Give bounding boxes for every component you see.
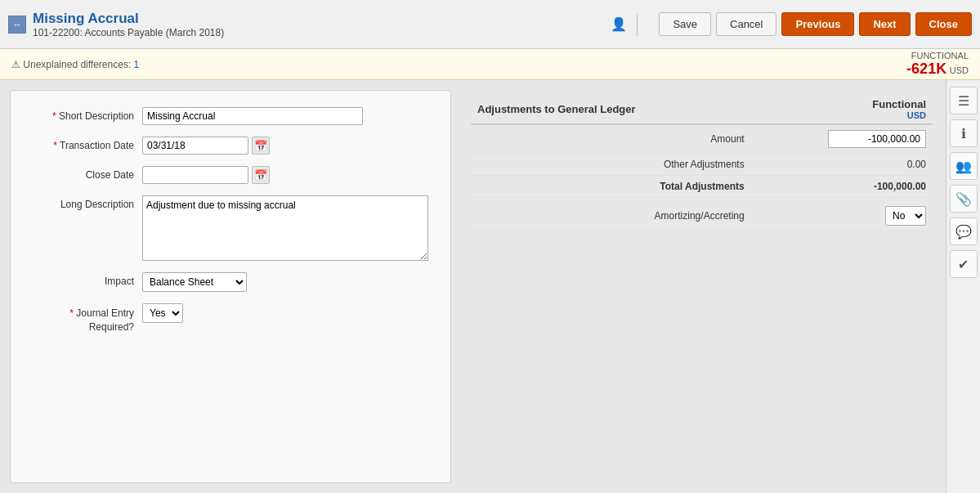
alert-bar: ⚠ Unexplained differences: 1 FUNCTIONAL …: [0, 49, 980, 80]
total-adj-label: Total Adjustments: [471, 176, 751, 198]
functional-currency: USD: [950, 65, 969, 75]
close-date-label: Close Date: [24, 166, 142, 181]
amort-row: Amortizing/Accreting No Yes: [471, 198, 933, 231]
adjustments-table: Adjustments to General Ledger Functional…: [471, 95, 933, 231]
alert-count-link[interactable]: 1: [134, 59, 140, 70]
functional-block: FUNCTIONAL -621K USD: [906, 51, 969, 78]
other-adj-value: 0.00: [751, 154, 933, 176]
functional-label: FUNCTIONAL: [906, 51, 969, 61]
short-desc-label: * Short Description: [24, 107, 142, 122]
right-panel: Adjustments to General Ledger Functional…: [458, 80, 946, 493]
alert-text: ⚠ Unexplained differences: 1: [11, 59, 139, 70]
previous-button[interactable]: Previous: [781, 12, 854, 36]
page-subtitle: 101-22200: Accounts Payable (March 2018): [33, 27, 602, 38]
header: ↔ Missing Accrual 101-22200: Accounts Pa…: [0, 0, 980, 49]
transaction-date-input[interactable]: [142, 137, 248, 155]
other-adj-label: Other Adjustments: [471, 154, 751, 176]
journal-entry-select[interactable]: Yes No: [142, 303, 183, 323]
checklist-icon[interactable]: ✔: [950, 250, 978, 278]
impact-label: Impact: [24, 272, 142, 287]
amort-select[interactable]: No Yes: [885, 206, 926, 226]
save-button[interactable]: Save: [659, 12, 711, 36]
transaction-date-label: * Transaction Date: [24, 137, 142, 151]
users-icon[interactable]: 👥: [950, 152, 978, 180]
sidebar: ☰ ℹ 👥 📎 💬 ✔: [946, 80, 980, 493]
total-adj-value: -100,000.00: [751, 176, 933, 198]
form-panel: * Short Description * Transaction Date 📅…: [10, 90, 451, 483]
long-desc-textarea[interactable]: Adjustment due to missing accrual: [142, 195, 428, 261]
main-content: * Short Description * Transaction Date 📅…: [0, 80, 980, 493]
other-adj-row: Other Adjustments 0.00: [471, 154, 933, 176]
info-icon[interactable]: ℹ: [950, 119, 978, 147]
close-button[interactable]: Close: [915, 12, 972, 36]
amort-cell: No Yes: [751, 198, 933, 231]
impact-select[interactable]: Balance Sheet Income Statement None: [142, 272, 247, 292]
title-group: Missing Accrual 101-22200: Accounts Paya…: [33, 11, 602, 38]
long-desc-label: Long Description: [24, 195, 142, 210]
total-adj-row: Total Adjustments -100,000.00: [471, 176, 933, 198]
col-description: Adjustments to General Ledger: [471, 95, 751, 124]
long-desc-row: Long Description Adjustment due to missi…: [24, 195, 437, 261]
short-desc-input[interactable]: [142, 107, 363, 125]
cancel-button[interactable]: Cancel: [716, 12, 776, 36]
header-actions: 👤 Save Cancel Previous Next Close: [609, 12, 972, 36]
amort-label: Amortizing/Accreting: [471, 198, 751, 231]
amount-cell: [751, 124, 933, 154]
impact-row: Impact Balance Sheet Income Statement No…: [24, 272, 437, 292]
short-desc-row: * Short Description: [24, 107, 437, 125]
amount-label: Amount: [471, 124, 751, 154]
comment-icon[interactable]: 💬: [950, 217, 978, 245]
users-header-icon[interactable]: 👤: [609, 15, 629, 34]
functional-value: -621K: [906, 61, 946, 77]
next-button[interactable]: Next: [859, 12, 910, 36]
journal-entry-row: * Journal EntryRequired? Yes No: [24, 303, 437, 334]
collapse-icon[interactable]: ↔: [8, 16, 26, 34]
attachment-icon[interactable]: 📎: [950, 185, 978, 213]
transaction-date-calendar-icon[interactable]: 📅: [252, 137, 270, 155]
divider: [637, 13, 638, 36]
page-title: Missing Accrual: [33, 11, 602, 27]
amount-row: Amount: [471, 124, 933, 154]
transaction-date-row: * Transaction Date 📅: [24, 137, 437, 155]
list-icon[interactable]: ☰: [950, 87, 978, 114]
close-date-calendar-icon[interactable]: 📅: [252, 166, 270, 184]
close-date-row: Close Date 📅: [24, 166, 437, 184]
close-date-wrapper: 📅: [142, 166, 270, 184]
amount-input[interactable]: [828, 130, 926, 148]
col-functional: Functional USD: [751, 95, 933, 124]
journal-entry-label: * Journal EntryRequired?: [24, 303, 142, 334]
close-date-input[interactable]: [142, 166, 248, 184]
transaction-date-wrapper: 📅: [142, 137, 270, 155]
